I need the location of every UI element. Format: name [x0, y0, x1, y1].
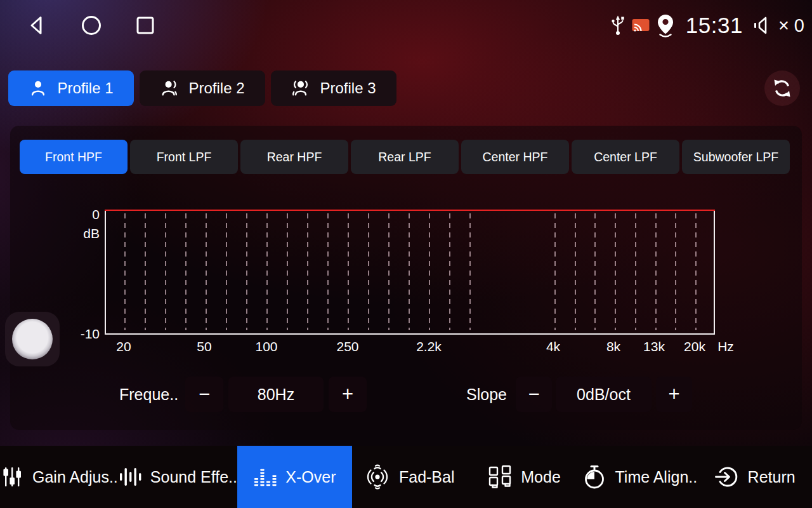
nav-item-time-align[interactable]: Time Align..: [582, 446, 698, 508]
status-indicators: 15:31 × 0: [610, 13, 812, 38]
gridline: [287, 213, 288, 330]
nav-item-label: Fad-Bal: [399, 468, 455, 486]
return-arrow-icon: [714, 464, 740, 490]
frequency-plus-button[interactable]: +: [329, 377, 367, 412]
x-axis-unit: Hz: [717, 339, 734, 354]
profile-label: Profile 3: [320, 79, 376, 97]
nav-item-label: Mode: [521, 468, 561, 486]
gridline: [185, 213, 187, 330]
back-button[interactable]: [25, 14, 48, 37]
filter-tab-rear-hpf[interactable]: Rear HPF: [240, 140, 348, 174]
nav-item-label: X-Over: [285, 468, 336, 486]
recents-icon: [134, 15, 156, 36]
gridline: [449, 213, 450, 330]
gridline: [575, 213, 576, 330]
gridline: [206, 213, 207, 330]
nav-item-return[interactable]: Return: [697, 446, 812, 508]
gridline: [226, 213, 227, 330]
home-button[interactable]: [80, 14, 103, 37]
x-tick-label: 8k: [606, 339, 620, 354]
x-tick-label: 13k: [643, 339, 665, 354]
modules-icon: [487, 464, 513, 490]
filter-tabs: Front HPFFront LPFRear HPFRear LPFCenter…: [20, 140, 790, 174]
recents-button[interactable]: [134, 15, 156, 36]
slope-plus-button[interactable]: +: [656, 377, 692, 412]
nav-item-fad-bal[interactable]: Fad-Bal: [352, 446, 467, 508]
profile-label: Profile 2: [188, 79, 244, 97]
slope-minus-button[interactable]: −: [516, 377, 552, 412]
home-icon: [80, 14, 103, 37]
faders-icon: [0, 465, 24, 489]
sound-waves-icon: [364, 464, 391, 490]
slope-value: 0dB/oct: [556, 377, 652, 412]
x-tick-label: 20: [116, 339, 131, 354]
gridline: [655, 213, 657, 330]
profile-label: Profile 1: [57, 79, 113, 97]
filter-tab-center-lpf[interactable]: Center LPF: [572, 140, 679, 174]
y-axis-unit: dB: [69, 226, 100, 241]
gridline: [145, 213, 146, 330]
response-line-0db: [105, 210, 715, 211]
gridline: [348, 213, 349, 330]
usb-icon: [610, 14, 625, 37]
frequency-label: Freque..: [119, 377, 189, 412]
gridline: [635, 213, 636, 330]
location-icon: [656, 13, 675, 37]
sync-icon: [771, 77, 793, 99]
floating-assist-button[interactable]: [5, 312, 60, 366]
y-tick-0: 0: [69, 207, 100, 222]
x-tick-label: 2.2k: [416, 339, 442, 354]
crossover-panel: Front HPFFront LPFRear HPFRear LPFCenter…: [10, 126, 802, 430]
x-tick-label: 50: [197, 339, 211, 354]
gridline: [615, 213, 616, 330]
user-icon: [29, 79, 48, 98]
frequency-minus-button[interactable]: −: [185, 377, 223, 412]
gridline: [165, 213, 166, 330]
filter-tab-front-lpf[interactable]: Front LPF: [130, 140, 238, 174]
sync-button[interactable]: [764, 70, 800, 106]
gridline: [368, 213, 369, 330]
gridline: [409, 213, 410, 330]
frequency-response-plot: [105, 210, 715, 335]
nav-item-sound-effe[interactable]: Sound Effe..: [118, 446, 237, 508]
waveform-icon: [118, 465, 142, 489]
head-unit-screen: 15:31 × 0 Profile 1Profile 2Profile 3 Fr…: [0, 0, 812, 508]
cast-icon: [631, 18, 650, 33]
nav-item-label: Return: [748, 468, 796, 486]
x-tick-label: 20k: [684, 339, 705, 354]
gridline: [266, 213, 268, 330]
profile-tab-2[interactable]: Profile 2: [140, 70, 265, 106]
equalizer-icon: [253, 465, 277, 489]
filter-tab-subwoofer-lpf[interactable]: Subwoofer LPF: [682, 140, 790, 174]
nav-item-label: Time Align..: [615, 468, 698, 486]
gridline: [469, 213, 471, 330]
gridline: [675, 213, 676, 330]
frequency-value: 80Hz: [228, 377, 324, 412]
nav-item-gain-adjus[interactable]: Gain Adjus..: [0, 446, 118, 508]
x-tick-label: 250: [336, 339, 358, 354]
filter-tab-front-hpf[interactable]: Front HPF: [20, 140, 128, 174]
x-tick-label: 4k: [546, 339, 560, 354]
gridline: [246, 213, 247, 330]
gridline: [388, 213, 390, 330]
gridline: [554, 213, 556, 330]
stopwatch-icon: [582, 464, 607, 490]
volume-muted-icon: [752, 14, 771, 37]
user-arc-icon: [160, 79, 179, 98]
gridline: [124, 213, 126, 330]
user-arcs-icon: [291, 79, 310, 98]
back-icon: [25, 14, 48, 37]
nav-item-label: Sound Effe..: [150, 468, 237, 486]
profile-tab-3[interactable]: Profile 3: [271, 70, 396, 106]
gridline: [594, 213, 596, 330]
bottom-nav: Gain Adjus..Sound Effe.. X-OverFad-BalMo…: [0, 446, 812, 508]
floating-assist-knob: [12, 319, 53, 359]
profile-tab-1[interactable]: Profile 1: [8, 70, 134, 106]
filter-tab-rear-lpf[interactable]: Rear LPF: [351, 140, 459, 174]
nav-item-x-over[interactable]: X-Over: [237, 446, 352, 508]
gridline: [695, 213, 697, 330]
nav-item-mode[interactable]: Mode: [467, 446, 582, 508]
gridline: [307, 213, 308, 330]
status-bar: 15:31 × 0: [0, 0, 812, 51]
filter-tab-center-hpf[interactable]: Center HPF: [461, 140, 569, 174]
